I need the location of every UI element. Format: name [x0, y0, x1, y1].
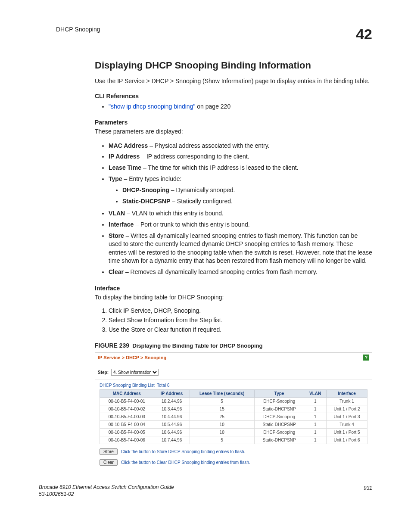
cell-ip: 10.7.44.96 [154, 436, 190, 444]
panel-breadcrumb: IP Service > DHCP > Snooping [98, 355, 166, 360]
table-row: 00-10-B5-F4-00-0510.6.44.9610DHCP-Snoopi… [100, 429, 367, 436]
help-icon[interactable]: ? [363, 355, 369, 361]
param-type-snooping: DHCP-Snooping – Dynamically snooped. [122, 185, 372, 196]
cell-mac: 00-10-B5-F4-00-05 [100, 429, 154, 436]
cell-lease: 10 [190, 421, 254, 429]
param-mac: MAC Address – Physical address associate… [109, 140, 372, 152]
cell-lease: 5 [190, 398, 254, 405]
cell-iface: Unit 1 / Port 3 [326, 413, 367, 421]
param-type: Type – Entry types include: DHCP-Snoopin… [109, 174, 372, 208]
col-mac: MAC Address [100, 390, 154, 398]
param-clear: Clear – Removes all dynamically learned … [109, 267, 372, 278]
chapter-number: 42 [356, 26, 372, 43]
page-title: Displaying DHCP Snooping Binding Informa… [95, 60, 372, 71]
cell-iface: Unit 1 / Port 6 [326, 436, 367, 444]
param-vlan: VLAN – VLAN to which this entry is bound… [109, 208, 372, 219]
col-type: Type [254, 390, 304, 398]
step-1: Click IP Service, DHCP, Snooping. [109, 306, 372, 315]
cell-lease: 15 [190, 405, 254, 413]
cell-lease: 5 [190, 436, 254, 444]
clear-desc: Click the button to Clear DHCP Snooping … [121, 460, 250, 465]
store-button[interactable]: Store [100, 448, 118, 455]
table-row: 00-10-B5-F4-00-0210.3.44.9615Static-DHCP… [100, 405, 367, 413]
cell-type: DHCP-Snooping [254, 429, 304, 436]
params-heading: Parameters [95, 119, 372, 126]
cell-vlan: 1 [304, 429, 327, 436]
snooping-panel: IP Service > DHCP > Snooping ? Step: 4. … [95, 352, 372, 471]
cell-mac: 00-10-B5-F4-00-06 [100, 436, 154, 444]
param-lease: Lease Time – The time for which this IP … [109, 162, 372, 174]
col-lease: Lease Time (seconds) [190, 390, 254, 398]
cell-type: Static-DHCPSNP [254, 436, 304, 444]
cell-vlan: 1 [304, 405, 327, 413]
cli-heading: CLI References [95, 93, 372, 100]
cell-mac: 00-10-B5-F4-00-03 [100, 413, 154, 421]
cell-iface: Unit 1 / Port 5 [326, 429, 367, 436]
page-number: 931 [364, 484, 372, 498]
cell-mac: 00-10-B5-F4-00-04 [100, 421, 154, 429]
running-header: DHCP Snooping [39, 26, 100, 33]
clear-button[interactable]: Clear [100, 459, 118, 466]
col-ip: IP Address [154, 390, 190, 398]
figure-label: FIGURE 239 [95, 342, 129, 349]
cell-ip: 10.5.44.96 [154, 421, 190, 429]
step-select[interactable]: 4. Show Information [111, 369, 159, 376]
binding-table: MAC Address IP Address Lease Time (secon… [100, 389, 367, 444]
cell-lease: 10 [190, 429, 254, 436]
interface-intro: To display the binding table for DHCP Sn… [95, 293, 372, 302]
cell-ip: 10.3.44.96 [154, 405, 190, 413]
table-row: 00-10-B5-F4-00-0310.4.44.9625DHCP-Snoopi… [100, 413, 367, 421]
cell-vlan: 1 [304, 421, 327, 429]
intro-text: Use the IP Service > DHCP > Snooping (Sh… [95, 77, 372, 86]
cell-type: Static-DHCPSNP [254, 405, 304, 413]
param-ip: IP Address – IP address corresponding to… [109, 151, 372, 162]
param-store: Store – Writes all dynamically learned s… [109, 230, 372, 267]
binding-list-title: DHCP Snooping Binding List Total 6 [100, 383, 367, 388]
cell-ip: 10.6.44.96 [154, 429, 190, 436]
footer-left: Brocade 6910 Ethernet Access Switch Conf… [39, 484, 174, 498]
figure-caption: Displaying the Binding Table for DHCP Sn… [132, 342, 262, 349]
cli-link[interactable]: "show ip dhcp snooping binding" [109, 103, 195, 110]
cell-vlan: 1 [304, 436, 327, 444]
param-interface: Interface – Port or trunk to which this … [109, 219, 372, 230]
cell-mac: 00-10-B5-F4-00-01 [100, 398, 154, 405]
cell-iface: Trunk 1 [326, 398, 367, 405]
params-intro: These parameters are displayed: [95, 128, 372, 136]
cell-iface: Trunk 4 [326, 421, 367, 429]
step-2: Select Show Information from the Step li… [109, 315, 372, 325]
cell-type: DHCP-Snooping [254, 413, 304, 421]
table-row: 00-10-B5-F4-00-0110.2.44.965DHCP-Snoopin… [100, 398, 367, 405]
param-type-static: Static-DHCPSNP – Statically configured. [122, 196, 372, 207]
cli-ref-item: "show ip dhcp snooping binding" on page … [109, 101, 372, 112]
cell-mac: 00-10-B5-F4-00-02 [100, 405, 154, 413]
cell-iface: Unit 1 / Port 2 [326, 405, 367, 413]
interface-heading: Interface [95, 285, 372, 292]
cell-vlan: 1 [304, 413, 327, 421]
cell-lease: 25 [190, 413, 254, 421]
step-3: Use the Store or Clear function if requi… [109, 325, 372, 334]
cell-type: Static-DHCPSNP [254, 421, 304, 429]
cell-vlan: 1 [304, 398, 327, 405]
store-desc: Click the button to Store DHCP Snooping … [121, 449, 245, 454]
cli-link-suffix: on page 220 [195, 103, 230, 110]
cell-ip: 10.2.44.96 [154, 398, 190, 405]
cell-type: DHCP-Snooping [254, 398, 304, 405]
table-row: 00-10-B5-F4-00-0610.7.44.965Static-DHCPS… [100, 436, 367, 444]
step-label: Step: [98, 370, 109, 375]
table-row: 00-10-B5-F4-00-0410.5.44.9610Static-DHCP… [100, 421, 367, 429]
cell-ip: 10.4.44.96 [154, 413, 190, 421]
col-vlan: VLAN [304, 390, 327, 398]
col-interface: Interface [326, 390, 367, 398]
